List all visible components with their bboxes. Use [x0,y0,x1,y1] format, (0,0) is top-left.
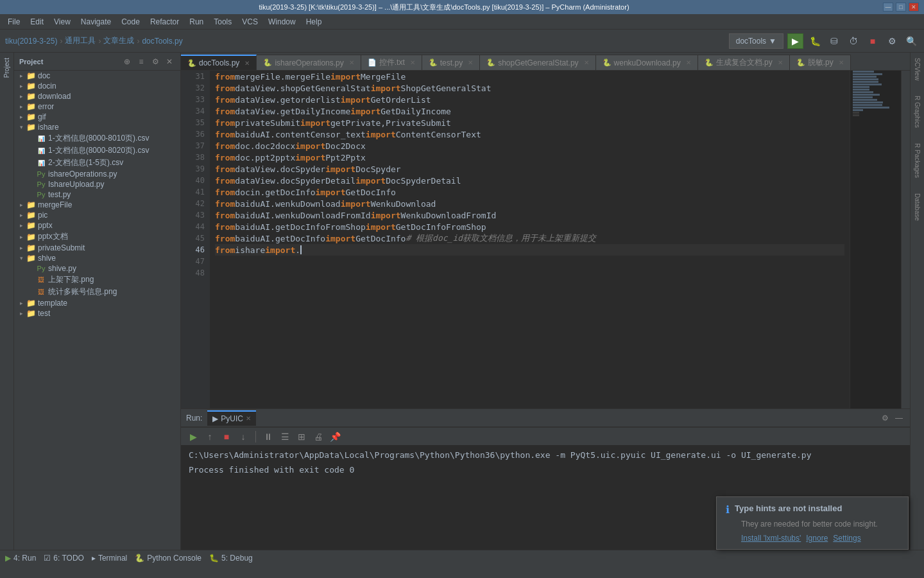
bottom-settings-button[interactable]: ⚙ [879,412,891,424]
breadcrumb-tools[interactable]: 通用工具 [65,35,96,46]
run-tab-close[interactable]: ✕ [246,415,251,422]
run-filter-button[interactable]: ⊞ [295,430,309,444]
profile-button[interactable]: ⏱ [846,33,861,49]
tree-item-doc[interactable]: ▸📁doc [14,71,180,81]
run-bottom-btn[interactable]: ▶ 4: Run [5,554,36,563]
todo-bottom-btn[interactable]: ☑ 6: TODO [44,554,84,563]
tab-close-button[interactable]: ✕ [778,59,783,66]
tree-item-test[interactable]: ▸📁test [14,308,180,319]
tab-close-button[interactable]: ✕ [584,59,589,66]
run-list-button[interactable]: ☰ [278,430,292,444]
tree-item-docin[interactable]: ▸📁docin [14,81,180,91]
menu-edit[interactable]: Edit [25,14,49,30]
run-config-selector[interactable]: docTools ▼ [729,33,783,49]
tab-close-button[interactable]: ✕ [839,59,844,66]
tab-close-button[interactable]: ✕ [349,59,354,66]
editor-tab-ishareOperations-py[interactable]: 🐍ishareOperations.py✕ [257,55,361,70]
run-pin-button[interactable]: 📌 [328,430,342,444]
breadcrumb-tiku[interactable]: tiku(2019-3-25) [5,37,57,46]
editor-tab----txt[interactable]: 📄控件.txt✕ [361,55,422,70]
tree-item-gif[interactable]: ▸📁gif [14,112,180,122]
add-file-button[interactable]: ⊕ [121,56,133,67]
settings-link[interactable]: Settings [833,534,860,543]
run-button[interactable]: ▶ [787,33,803,49]
tree-arrow: ▸ [17,310,26,317]
maximize-button[interactable]: □ [896,3,906,12]
editor-tab-test-py[interactable]: 🐍test.py✕ [422,55,480,70]
run-down-button[interactable]: ↓ [236,430,250,444]
python-console-btn[interactable]: 🐍 Python Console [135,554,201,563]
project-tab[interactable]: Project [2,55,12,80]
menu-navigate[interactable]: Navigate [76,14,116,30]
panel-settings-button[interactable]: ⚙ [150,56,161,67]
editor-tab-shopGetGeneralStat-py[interactable]: 🐍shopGetGeneralStat.py✕ [480,55,595,70]
collapse-button[interactable]: ≡ [135,56,147,67]
debug-button[interactable]: 🐛 [807,33,823,49]
tree-item------png[interactable]: 🖼上架下架.png [14,274,180,286]
tree-item-1------8000-8020---csv[interactable]: 📊1-文档信息(8000-8020页).csv [14,144,180,157]
menu-code[interactable]: Code [116,14,145,30]
menu-tools[interactable]: Tools [209,14,237,30]
notif-title: Type hints are not installed [735,504,842,513]
menu-run[interactable]: Run [184,14,209,30]
tree-item-test-py[interactable]: Pytest.py [14,189,180,200]
terminal-bottom-btn[interactable]: ▸ Terminal [92,554,127,563]
menu-window[interactable]: Window [263,14,301,30]
ignore-link[interactable]: Ignore [806,534,828,543]
menu-file[interactable]: File [3,14,25,30]
tree-item-ishare[interactable]: ▾📁ishare [14,122,180,132]
tree-item-ishareOperations-py[interactable]: PyishareOperations.py [14,169,180,179]
tab-close-button[interactable]: ✕ [244,60,250,67]
run-stop-button[interactable]: ■ [219,430,234,444]
run-play-button[interactable]: ▶ [186,430,200,444]
tree-item-1------8000-8010---csv[interactable]: 📊1-文档信息(8000-8010页).csv [14,132,180,144]
debug-bottom-btn[interactable]: 🐛 5: Debug [209,554,253,563]
stop-button[interactable]: ■ [865,33,880,49]
code-area[interactable]: from mergeFile.mergeFile import MergeFil… [210,71,850,408]
editor-tab-docTools-py[interactable]: 🐍docTools.py✕ [181,55,257,70]
tree-item-privateSubmit[interactable]: ▸📁privateSubmit [14,243,180,253]
bottom-close-button[interactable]: — [893,412,905,424]
run-up-button[interactable]: ↑ [203,430,217,444]
close-button[interactable]: ✕ [909,3,919,12]
tree-item-mergeFile[interactable]: ▸📁mergeFile [14,200,180,210]
tree-item-shive[interactable]: ▾📁shive [14,253,180,263]
breadcrumb-docgen[interactable]: 文章生成 [103,35,134,46]
tree-item-pic[interactable]: ▸📁pic [14,210,180,220]
breadcrumb-file[interactable]: docTools.py [142,37,182,46]
rgraphics-tab[interactable]: R Graphics [911,91,923,133]
tree-item-download[interactable]: ▸📁download [14,91,180,101]
right-scrollbar[interactable] [901,71,910,408]
install-link[interactable]: Install 'lxml-stubs' [741,534,801,543]
tree-item-template[interactable]: ▸📁template [14,298,180,308]
tree-item-pptx--[interactable]: ▸📁pptx文档 [14,231,180,243]
editor-tab-wenkuDownload-py[interactable]: 🐍wenkuDownload.py✕ [596,55,698,70]
rpackages-tab[interactable]: R Packages [911,138,923,183]
settings-button[interactable]: ⚙ [884,33,900,49]
search-button[interactable]: 🔍 [903,33,919,49]
close-panel-button[interactable]: ✕ [164,56,175,67]
scview-tab[interactable]: SCView [911,53,923,85]
tree-item-2------1-5---csv[interactable]: 📊2-文档信息(1-5页).csv [14,157,180,169]
coverage-button[interactable]: ⛁ [826,33,842,49]
menu-view[interactable]: View [49,14,76,30]
tree-item-shive-py[interactable]: Pyshive.py [14,263,180,274]
tree-item---------png[interactable]: 🖼统计多账号信息.png [14,286,180,298]
tree-item-pptx[interactable]: ▸📁pptx [14,220,180,231]
bottom-tab-run[interactable]: ▶ PyUIC ✕ [207,410,256,426]
menu-vcs[interactable]: VCS [237,14,263,30]
run-print-button[interactable]: 🖨 [311,430,325,444]
editor-tab--------py[interactable]: 🐍生成复合文档.py✕ [698,55,790,70]
tab-close-button[interactable]: ✕ [410,59,415,66]
editor-tab----py[interactable]: 🐍脱敏.py✕ [790,55,851,70]
minimize-button[interactable]: — [883,3,893,12]
tab-close-button[interactable]: ✕ [686,59,691,66]
menu-help[interactable]: Help [301,14,327,30]
run-result: Process finished with exit code 0 [189,465,902,475]
menu-refactor[interactable]: Refactor [145,14,184,30]
tree-item-IshareUpload-py[interactable]: PyIshareUpload.py [14,179,180,189]
run-pause-button[interactable]: ⏸ [261,430,275,444]
database-tab[interactable]: Database [911,188,923,226]
tab-close-button[interactable]: ✕ [468,59,473,66]
tree-item-error[interactable]: ▸📁error [14,101,180,112]
